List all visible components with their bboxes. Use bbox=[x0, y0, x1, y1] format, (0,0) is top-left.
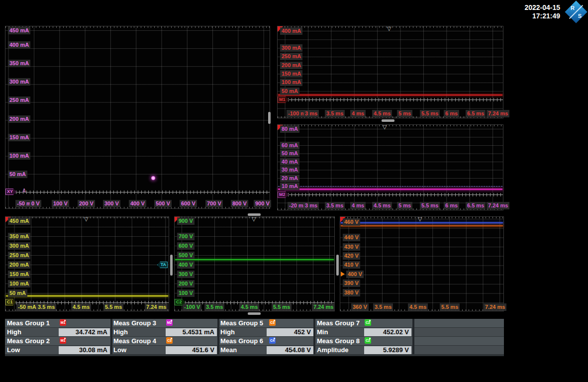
rs-logo-letter-s: S bbox=[578, 13, 582, 19]
y-tick-label: 300 mA bbox=[280, 44, 302, 52]
splitter-handle-vertical[interactable] bbox=[170, 255, 173, 276]
source-badge-c3: C3 bbox=[269, 319, 276, 326]
meas-stat-label: High bbox=[113, 328, 128, 336]
x-tick-label: 100 V bbox=[52, 200, 69, 207]
time-text: 17:21:49 bbox=[524, 12, 560, 20]
zero-line bbox=[278, 193, 503, 196]
source-badge-c4: C4 bbox=[269, 337, 276, 344]
meas-group-4[interactable]: Meas Group 4 C3 Low 451.6 V bbox=[112, 337, 216, 355]
x-tick-label: 3.5 ms bbox=[325, 110, 345, 117]
diagram-c1[interactable]: ▽ 450 mA 350 mA 300 mA 250 mA 200 mA 150… bbox=[5, 216, 169, 311]
x-tick-label: 6 ms bbox=[444, 110, 459, 117]
grid bbox=[175, 217, 334, 311]
trace-c1 bbox=[6, 295, 168, 296]
diagram-m1[interactable]: ▽ 400 mA 300 mA 250 mA 200 mA 150 mA 100… bbox=[277, 26, 503, 118]
meas-value: 451.6 V bbox=[166, 346, 217, 354]
y-tick-label: 200 V bbox=[177, 280, 195, 287]
x-tick-label: 5.5 ms bbox=[440, 303, 460, 311]
trigger-position-icon[interactable]: ▽ bbox=[387, 25, 391, 31]
splitter-handle-horizontal[interactable] bbox=[382, 119, 394, 122]
source-badge-m1: M1 bbox=[60, 337, 66, 344]
meas-stat-label: Amplitude bbox=[317, 346, 349, 354]
x-tick-label: 5 ms bbox=[397, 110, 412, 117]
x-tick-label: 3.5 ms bbox=[36, 303, 56, 311]
y-tick-label: 50 mA bbox=[280, 88, 299, 95]
diagram-c3[interactable]: ▽ 460 V 440 V 430 V 420 V 410 V 400 V 39… bbox=[340, 216, 504, 311]
offset-arrow-icon[interactable] bbox=[341, 272, 345, 277]
splitter-handle-horizontal[interactable] bbox=[248, 213, 261, 216]
trigger-position-icon[interactable]: ▽ bbox=[252, 216, 256, 222]
y-tick-label: 500 V bbox=[177, 252, 195, 259]
y-tick-label: 40 mA bbox=[280, 158, 299, 166]
x-tick-label: 4 ms bbox=[350, 202, 366, 209]
meas-value: 454.08 V bbox=[267, 346, 313, 354]
meas-value: 452.02 V bbox=[364, 328, 411, 336]
x-tick-label: 300 V bbox=[103, 200, 120, 207]
y-tick-label: 300 V bbox=[177, 271, 195, 278]
y-tick-label: 400 mA bbox=[280, 27, 302, 35]
x-tick-label: 4.5 ms bbox=[408, 303, 428, 311]
date-text: 2022-04-15 bbox=[524, 3, 560, 12]
meas-group-title: Meas Group 6 bbox=[220, 337, 263, 345]
meas-group-title: Meas Group 4 bbox=[113, 337, 156, 345]
y-tick-label: 50 mA bbox=[8, 289, 27, 297]
meas-group-2[interactable]: Meas Group 2 M1 Low 30.08 mA bbox=[6, 337, 109, 355]
y-tick-label: 20 mA bbox=[280, 175, 299, 182]
meas-group-6[interactable]: Meas Group 6 C4 Mean 454.08 V bbox=[219, 337, 312, 355]
x-tick-label: 4.5 ms bbox=[372, 202, 392, 209]
meas-group-title: Meas Group 8 bbox=[317, 337, 360, 345]
y-tick-label: 300 mA bbox=[8, 78, 30, 86]
splitter-handle-horizontal[interactable] bbox=[248, 312, 261, 315]
tick-strip bbox=[278, 125, 503, 126]
y-tick-label: 100 mA bbox=[8, 280, 30, 287]
x-tick-label: 6.5 ms bbox=[466, 110, 486, 117]
diagram-xy[interactable]: 450 mA 400 mA 350 mA 300 mA 250 mA 200 m… bbox=[5, 26, 270, 209]
y-tick-label: 100 V bbox=[177, 289, 195, 297]
y-min-label: -100 V bbox=[183, 303, 201, 311]
x-tick-label: 400 V bbox=[129, 200, 146, 207]
y-tick-label: 150 mA bbox=[8, 271, 30, 278]
y-tick-label: 150 mA bbox=[8, 134, 30, 141]
x-tick-label: 6 ms bbox=[444, 202, 459, 209]
meas-group-8[interactable]: Meas Group 8 C2 Amplitude 5.9289 V bbox=[316, 337, 412, 355]
source-badge-c2: C2 bbox=[365, 337, 371, 344]
x-tick-label: 3.5 ms bbox=[204, 303, 224, 311]
y-tick-label: 150 mA bbox=[280, 70, 302, 78]
meas-group-1[interactable]: Meas Group 1 M1 High 34.742 mA bbox=[6, 319, 109, 337]
trace-m1 bbox=[278, 95, 502, 96]
diagram-m2[interactable]: ▽ 80 mA 60 mA 50 mA 40 mA 30 mA 20 mA 10… bbox=[277, 124, 503, 210]
y-tick-label: 250 mA bbox=[8, 96, 30, 104]
trigger-position-icon[interactable]: ▽ bbox=[84, 216, 88, 222]
x-tick-label: 7.24 ms bbox=[145, 303, 168, 311]
meas-stat-label: High bbox=[220, 328, 235, 336]
x-tick-label: 7.24 ms bbox=[312, 303, 335, 311]
trigger-level-line[interactable] bbox=[278, 186, 502, 187]
meas-group-5[interactable]: Meas Group 5 C3 High 452 V bbox=[219, 319, 312, 337]
trace-m2 bbox=[278, 189, 502, 190]
diagram-c2[interactable]: ▽ 900 V 700 V 600 V 500 V 400 V 300 V 20… bbox=[174, 216, 335, 311]
y-tick-label: 450 mA bbox=[8, 217, 30, 225]
trace-c3-orange bbox=[341, 225, 503, 226]
meas-group-7[interactable]: Meas Group 7 C2 Min 452.02 V bbox=[316, 319, 412, 337]
meas-group-3[interactable]: Meas Group 3 M2 High 5.4531 mA bbox=[112, 319, 216, 337]
trigger-position-icon[interactable]: ▽ bbox=[418, 216, 422, 222]
splitter-handle-vertical[interactable] bbox=[268, 112, 271, 124]
x-tick-label: 4 ms bbox=[350, 110, 366, 117]
y-tick-label: 450 mA bbox=[8, 27, 30, 34]
x-tick-label: 0 V bbox=[30, 200, 41, 207]
y-tick-label: 100 mA bbox=[8, 152, 30, 160]
y-tick-label: 410 V bbox=[343, 261, 360, 269]
x-tick-label: 500 V bbox=[154, 200, 172, 207]
splitter-handle-vertical[interactable] bbox=[336, 255, 339, 276]
meas-group-title: Meas Group 7 bbox=[317, 319, 360, 327]
meas-group-title: Meas Group 3 bbox=[113, 319, 156, 327]
trigger-position-icon[interactable]: ▽ bbox=[383, 124, 387, 130]
y-tick-label: 440 V bbox=[343, 234, 360, 241]
x-tick-label: 200 V bbox=[78, 200, 95, 207]
x-tick-label: 5.5 ms bbox=[272, 303, 292, 311]
x-tick-label: 5.5 ms bbox=[420, 202, 440, 209]
y-tick-label: 250 mA bbox=[280, 53, 302, 60]
meas-value: 34.742 mA bbox=[59, 328, 110, 336]
x-tick-label: 7.24 ms bbox=[484, 303, 506, 311]
y-tick-label: 350 mA bbox=[8, 60, 30, 67]
